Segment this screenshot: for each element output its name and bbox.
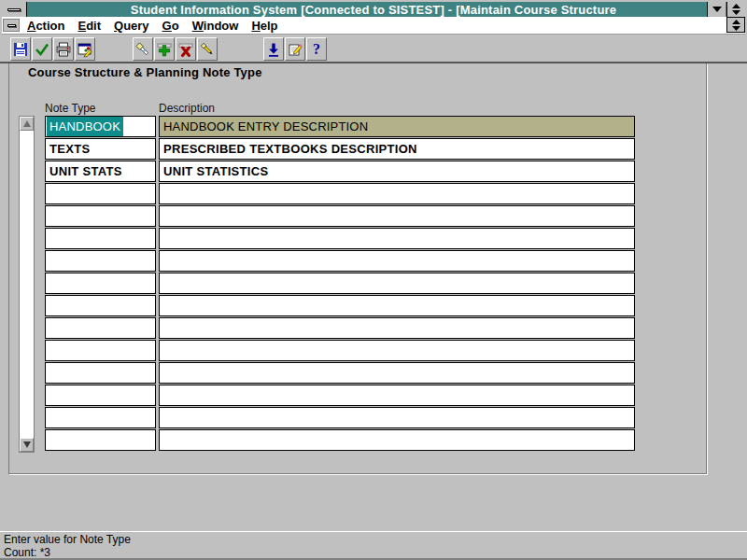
menu-window[interactable]: Window [192, 19, 239, 33]
print-preview-button[interactable] [75, 37, 95, 61]
note-type-field[interactable] [45, 385, 156, 406]
child-restore-button[interactable] [726, 17, 745, 33]
application-window: Student Information System [Connected to… [0, 0, 747, 560]
red-x-icon [177, 41, 194, 58]
note-type-field[interactable] [45, 295, 156, 316]
child-system-menu-button[interactable] [3, 19, 20, 32]
note-type-field[interactable]: HANDBOOK [45, 116, 156, 137]
restore-button[interactable] [726, 2, 745, 17]
help-button[interactable]: ? [306, 37, 327, 61]
note-type-field[interactable] [45, 228, 156, 249]
floppy-disk-icon [12, 41, 29, 58]
description-field[interactable] [159, 362, 635, 384]
scroll-down-button[interactable] [20, 438, 34, 452]
menu-action[interactable]: Action [27, 19, 64, 33]
window-pencil-icon [77, 41, 93, 58]
description-field[interactable]: UNIT STATISTICS [159, 161, 635, 182]
system-menu-button[interactable] [2, 2, 27, 17]
description-field[interactable] [159, 407, 635, 428]
column-header-description: Description [159, 102, 215, 115]
description-field[interactable] [159, 295, 635, 316]
system-menu-icon [7, 8, 21, 11]
down-triangle-icon [712, 7, 722, 12]
save-button[interactable] [10, 37, 31, 61]
note-type-value: TEXTS [47, 139, 92, 159]
menu-go[interactable]: Go [162, 19, 179, 33]
note-type-field[interactable]: UNIT STATS [45, 161, 156, 182]
enter-query-button[interactable] [133, 37, 153, 61]
note-type-value: UNIT STATS [47, 161, 125, 181]
question-mark-icon: ? [313, 41, 320, 58]
print-button[interactable] [53, 37, 74, 61]
description-field[interactable] [159, 250, 635, 272]
description-field[interactable] [159, 340, 635, 361]
menubar: Action Edit Query Go Window Help [2, 17, 745, 35]
scroll-up-button[interactable] [20, 117, 34, 131]
status-message: Enter value for Note Type [4, 533, 131, 546]
edit-button[interactable] [285, 37, 305, 61]
blue-down-arrow-icon [265, 41, 282, 58]
note-type-field[interactable] [45, 317, 156, 339]
menu-query[interactable]: Query [114, 19, 149, 33]
description-field[interactable] [159, 205, 635, 227]
printer-icon [55, 41, 72, 58]
child-system-menu-icon [7, 24, 16, 27]
description-field[interactable] [159, 385, 635, 406]
insert-record-button[interactable] [154, 37, 175, 61]
titlebar: Student Information System [Connected to… [2, 2, 745, 17]
note-type-field[interactable] [45, 340, 156, 361]
up-down-triangles-icon [732, 20, 740, 31]
form-canvas-area: Course Structure & Planning Note Type No… [0, 63, 747, 531]
description-field[interactable] [159, 183, 635, 204]
commit-button[interactable] [32, 37, 52, 61]
note-type-field[interactable]: TEXTS [45, 138, 156, 160]
note-type-field[interactable] [45, 273, 156, 294]
up-down-triangles-icon [732, 4, 740, 15]
note-type-field[interactable] [45, 362, 156, 384]
window-title: Student Information System [Connected to… [2, 3, 745, 17]
flashlight-pencil-icon [199, 41, 216, 58]
green-check-icon [34, 41, 50, 58]
description-field[interactable] [159, 228, 635, 249]
note-type-field[interactable] [45, 205, 156, 227]
record-count: Count: *3 [4, 546, 50, 559]
record-scrollbar[interactable] [19, 116, 35, 453]
note-type-field[interactable] [45, 183, 156, 204]
note-type-field[interactable] [45, 250, 156, 272]
column-header-note-type: Note Type [45, 102, 95, 115]
down-arrow-icon [23, 441, 31, 448]
toolbar: ? [0, 35, 747, 63]
pencil-paper-icon [287, 41, 303, 58]
minimize-button[interactable] [707, 2, 726, 17]
menu-items: Action Edit Query Go Window Help [27, 19, 278, 33]
menu-edit[interactable]: Edit [78, 19, 101, 33]
form-title: Course Structure & Planning Note Type [28, 65, 262, 79]
up-arrow-icon [23, 120, 31, 127]
flashlight-icon [134, 41, 151, 58]
description-field[interactable] [159, 429, 635, 451]
description-field[interactable]: HANDBOOK ENTRY DESCRIPTION [159, 116, 635, 137]
statusbar: Enter value for Note Type Count: *3 [0, 531, 747, 560]
next-block-button[interactable] [263, 37, 284, 61]
description-field[interactable]: PRESCRIBED TEXTBOOKS DESCRIPTION [159, 138, 635, 160]
menu-help[interactable]: Help [251, 19, 277, 33]
green-plus-icon [156, 41, 173, 58]
description-field[interactable] [159, 273, 635, 294]
note-type-field[interactable] [45, 429, 156, 451]
note-type-field[interactable] [45, 407, 156, 428]
delete-record-button[interactable] [176, 37, 196, 61]
note-type-value: HANDBOOK [47, 117, 123, 136]
description-field[interactable] [159, 317, 635, 339]
execute-query-button[interactable] [197, 37, 218, 61]
